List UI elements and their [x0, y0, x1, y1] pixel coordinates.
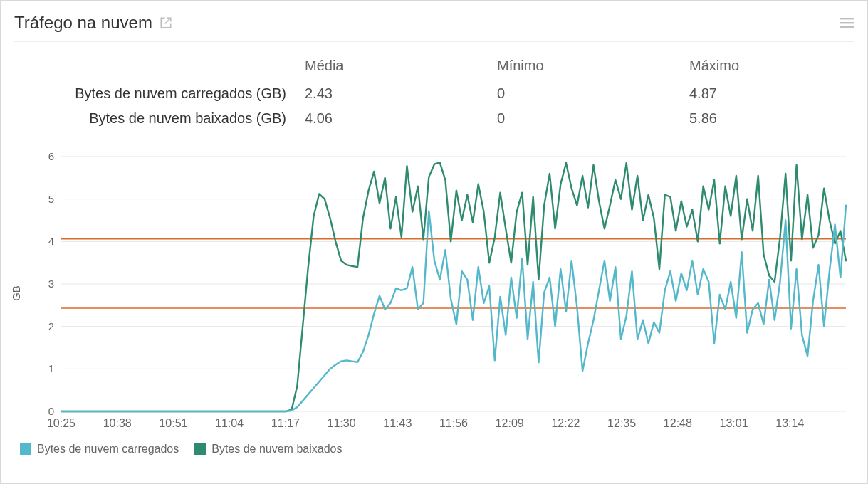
svg-text:4: 4	[48, 235, 54, 247]
stats-table: Média Mínimo Máximo Bytes de nuvem carre…	[28, 55, 826, 131]
col-header-max: Máximo	[684, 55, 826, 81]
svg-rect-0	[840, 18, 854, 19]
svg-text:13:01: 13:01	[720, 417, 748, 429]
table-row: Bytes de nuvem baixados (GB) 4.06 0 5.86	[28, 106, 826, 131]
cell: 2.43	[299, 81, 491, 106]
svg-text:10:51: 10:51	[159, 417, 187, 429]
svg-text:11:43: 11:43	[383, 417, 412, 429]
panel-header: Tráfego na nuvem	[14, 9, 854, 42]
hamburger-menu-icon[interactable]	[840, 16, 854, 29]
legend-item-uploaded[interactable]: Bytes de nuvem carregados	[20, 443, 179, 456]
y-axis-label: GB	[10, 285, 22, 301]
svg-text:11:30: 11:30	[328, 417, 356, 429]
chart-area: GB 012345610:2510:3810:5111:0411:1711:30…	[20, 151, 853, 436]
row-label-downloaded: Bytes de nuvem baixados (GB)	[28, 106, 299, 131]
svg-text:0: 0	[48, 405, 54, 417]
cell: 5.86	[684, 106, 826, 131]
cell: 0	[491, 106, 684, 131]
cell: 0	[491, 81, 684, 106]
row-label-uploaded: Bytes de nuvem carregados (GB)	[28, 81, 299, 106]
cloud-traffic-panel: Tráfego na nuvem Média Mínimo Máximo	[0, 0, 868, 484]
legend-label: Bytes de nuvem baixados	[211, 443, 342, 456]
svg-rect-1	[840, 22, 854, 23]
col-header-min: Mínimo	[491, 55, 684, 81]
table-row: Bytes de nuvem carregados (GB) 2.43 0 4.…	[28, 81, 826, 106]
svg-text:3: 3	[48, 278, 54, 290]
legend-swatch-icon	[20, 443, 31, 455]
svg-text:13:14: 13:14	[775, 417, 804, 429]
svg-text:12:48: 12:48	[664, 417, 692, 429]
svg-text:12:35: 12:35	[607, 417, 636, 429]
svg-text:10:25: 10:25	[47, 417, 75, 429]
panel-title: Tráfego na nuvem	[14, 13, 152, 33]
svg-rect-2	[840, 26, 854, 28]
svg-text:11:04: 11:04	[215, 417, 244, 429]
svg-text:1: 1	[48, 362, 54, 374]
svg-text:6: 6	[48, 151, 54, 162]
chart-legend: Bytes de nuvem carregados Bytes de nuvem…	[20, 443, 854, 456]
svg-text:12:22: 12:22	[551, 417, 580, 429]
legend-label: Bytes de nuvem carregados	[37, 443, 179, 456]
svg-text:5: 5	[48, 193, 54, 205]
svg-text:11:56: 11:56	[439, 417, 468, 429]
legend-swatch-icon	[194, 443, 206, 455]
svg-text:2: 2	[48, 320, 54, 332]
svg-text:10:38: 10:38	[103, 417, 132, 429]
popout-icon[interactable]	[160, 16, 172, 29]
col-header-media: Média	[299, 55, 491, 81]
cell: 4.87	[684, 81, 826, 106]
title-wrap: Tráfego na nuvem	[14, 13, 172, 33]
svg-text:12:09: 12:09	[496, 417, 524, 429]
legend-item-downloaded[interactable]: Bytes de nuvem baixados	[194, 443, 342, 456]
cell: 4.06	[299, 106, 491, 131]
line-chart[interactable]: 012345610:2510:3810:5111:0411:1711:3011:…	[20, 151, 853, 436]
svg-text:11:17: 11:17	[271, 417, 300, 429]
